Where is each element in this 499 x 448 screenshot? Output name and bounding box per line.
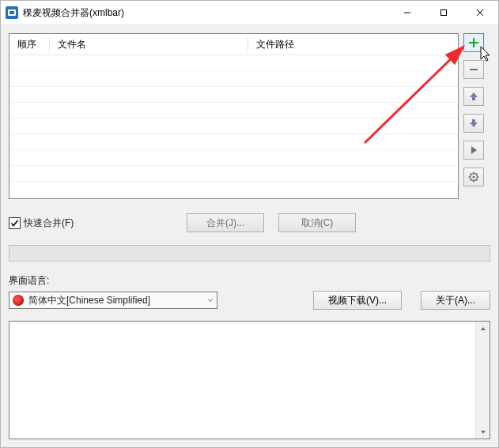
scroll-up-button[interactable] xyxy=(476,322,490,335)
side-toolbar xyxy=(463,33,490,186)
checkbox-box xyxy=(9,217,21,229)
plus-icon xyxy=(468,37,479,48)
move-down-button[interactable] xyxy=(463,114,484,133)
log-textarea[interactable] xyxy=(9,321,490,439)
column-header-order[interactable]: 顺序 xyxy=(9,34,49,55)
column-header-name[interactable]: 文件名 xyxy=(50,34,248,55)
merge-button[interactable]: 合并(J)... xyxy=(187,213,264,232)
svg-rect-2 xyxy=(9,11,14,14)
play-preview-button[interactable] xyxy=(463,141,484,160)
svg-rect-8 xyxy=(469,42,478,43)
file-list-body[interactable] xyxy=(9,55,458,199)
client-area: 顺序 文件名 文件路径 xyxy=(1,25,498,447)
scroll-down-button[interactable] xyxy=(476,425,490,439)
arrow-up-icon xyxy=(468,91,479,102)
move-up-button[interactable] xyxy=(463,87,484,106)
titlebar: 稞麦视频合并器(xmlbar) xyxy=(1,1,498,25)
svg-rect-4 xyxy=(441,10,447,16)
window-title: 稞麦视频合并器(xmlbar) xyxy=(23,6,389,20)
gear-icon xyxy=(468,171,479,183)
language-combo[interactable]: 简体中文[Chinese Simplified] xyxy=(9,292,217,309)
column-header-path[interactable]: 文件路径 xyxy=(248,34,458,55)
fast-merge-label: 快速合并(F) xyxy=(24,216,74,230)
svg-rect-9 xyxy=(470,69,478,70)
check-icon xyxy=(10,219,19,228)
language-label: 界面语言: xyxy=(9,274,490,288)
file-list[interactable]: 顺序 文件名 文件路径 xyxy=(9,33,459,199)
close-button[interactable] xyxy=(462,1,498,24)
minimize-button[interactable] xyxy=(389,1,425,24)
arrow-down-icon xyxy=(468,118,479,129)
language-selected: 简体中文[Chinese Simplified] xyxy=(28,294,150,307)
settings-button[interactable] xyxy=(463,168,484,186)
cancel-button[interactable]: 取消(C) xyxy=(278,213,356,232)
fast-merge-checkbox[interactable]: 快速合并(F) xyxy=(9,216,74,230)
app-window: 稞麦视频合并器(xmlbar) 顺序 文件名 文件路径 xyxy=(0,0,499,448)
language-row: 简体中文[Chinese Simplified] 视频下载(V)... 关于(A… xyxy=(9,291,490,310)
maximize-button[interactable] xyxy=(425,1,462,24)
play-icon xyxy=(469,145,478,155)
file-list-header: 顺序 文件名 文件路径 xyxy=(9,34,458,55)
about-button[interactable]: 关于(A)... xyxy=(421,291,490,310)
svg-line-17 xyxy=(476,179,477,180)
svg-line-18 xyxy=(476,174,477,175)
progress-bar xyxy=(9,245,490,262)
add-file-button[interactable] xyxy=(463,33,484,52)
video-download-button[interactable]: 视频下载(V)... xyxy=(313,291,402,310)
action-row: 快速合并(F) 合并(J)... 取消(C) xyxy=(9,213,490,232)
app-icon xyxy=(6,6,18,19)
minus-icon xyxy=(468,64,479,75)
chevron-down-icon xyxy=(207,295,214,306)
svg-line-16 xyxy=(471,174,471,175)
svg-line-19 xyxy=(471,179,471,180)
remove-file-button[interactable] xyxy=(463,60,484,79)
svg-point-11 xyxy=(472,175,474,178)
flag-icon xyxy=(13,295,24,306)
vertical-scrollbar[interactable] xyxy=(475,322,490,439)
